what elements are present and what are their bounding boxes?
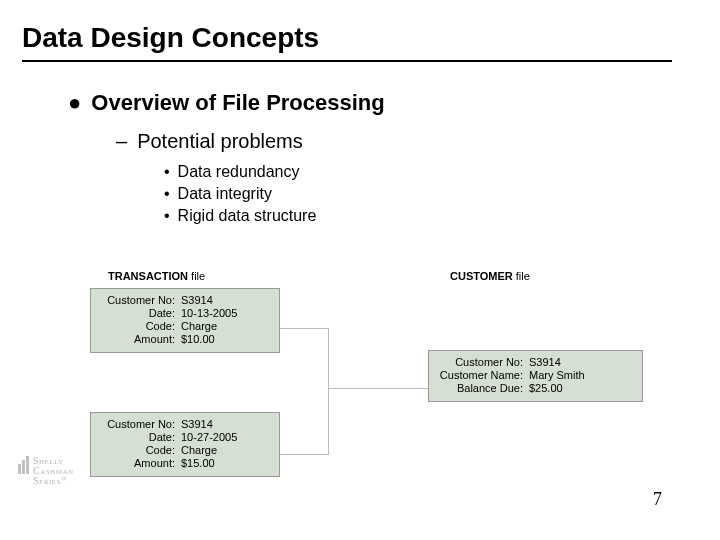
customer-label-suffix: file <box>513 270 530 282</box>
field-label: Customer Name: <box>437 369 529 381</box>
bullet-level-3: •Rigid data structure <box>164 207 692 225</box>
field-value: Mary Smith <box>529 369 585 381</box>
logo-line3: Series <box>33 475 61 486</box>
bullet-level-1: ●Overview of File Processing <box>68 90 692 116</box>
logo-text: Shelly Cashman Series® <box>33 456 74 486</box>
l2-text: Potential problems <box>137 130 303 152</box>
transaction-record-1: Customer No:S3914 Date:10-13-2005 Code:C… <box>90 288 280 353</box>
field-value: S3914 <box>181 294 213 306</box>
field-label: Customer No: <box>437 356 529 368</box>
bullet-level-3: •Data integrity <box>164 185 692 203</box>
dot-icon: • <box>164 207 170 224</box>
bullet-icon: ● <box>68 90 81 115</box>
field-label: Date: <box>99 431 181 443</box>
field-label: Customer No: <box>99 418 181 430</box>
slide-title: Data Design Concepts <box>22 22 672 54</box>
field-value: $15.00 <box>181 457 215 469</box>
transaction-file-label: TRANSACTION file <box>108 270 205 282</box>
field-value: Charge <box>181 444 217 456</box>
field-value: 10-27-2005 <box>181 431 237 443</box>
title-bar: Data Design Concepts <box>22 22 672 62</box>
field-value: $25.00 <box>529 382 563 394</box>
field-label: Amount: <box>99 333 181 345</box>
field-label: Amount: <box>99 457 181 469</box>
field-value: S3914 <box>529 356 561 368</box>
field-value: $10.00 <box>181 333 215 345</box>
field-label: Code: <box>99 320 181 332</box>
publisher-logo: Shelly Cashman Series® <box>18 456 74 486</box>
field-value: 10-13-2005 <box>181 307 237 319</box>
page-number: 7 <box>653 489 662 510</box>
customer-file-label: CUSTOMER file <box>450 270 530 282</box>
transaction-record-2: Customer No:S3914 Date:10-27-2005 Code:C… <box>90 412 280 477</box>
l3-text-1: Data integrity <box>178 185 272 202</box>
field-value: Charge <box>181 320 217 332</box>
dash-icon: – <box>116 130 127 152</box>
l3-text-0: Data redundancy <box>178 163 300 180</box>
slide: Data Design Concepts ●Overview of File P… <box>0 0 720 540</box>
transaction-label-bold: TRANSACTION <box>108 270 188 282</box>
customer-label-bold: CUSTOMER <box>450 270 513 282</box>
connector-line <box>328 328 329 455</box>
dot-icon: • <box>164 163 170 180</box>
customer-record: Customer No:S3914 Customer Name:Mary Smi… <box>428 350 643 402</box>
field-value: S3914 <box>181 418 213 430</box>
connector-line <box>328 388 428 389</box>
registered-icon: ® <box>61 475 67 483</box>
connector-line <box>280 328 328 329</box>
bullet-level-3: •Data redundancy <box>164 163 692 181</box>
bullet-level-2: –Potential problems <box>116 130 692 153</box>
field-label: Customer No: <box>99 294 181 306</box>
l1-text: Overview of File Processing <box>91 90 384 115</box>
connector-line <box>280 454 328 455</box>
field-label: Balance Due: <box>437 382 529 394</box>
transaction-label-suffix: file <box>188 270 205 282</box>
logo-bars-icon <box>18 456 30 474</box>
dot-icon: • <box>164 185 170 202</box>
field-label: Code: <box>99 444 181 456</box>
field-label: Date: <box>99 307 181 319</box>
l3-text-2: Rigid data structure <box>178 207 317 224</box>
content-block: ●Overview of File Processing –Potential … <box>68 90 692 225</box>
